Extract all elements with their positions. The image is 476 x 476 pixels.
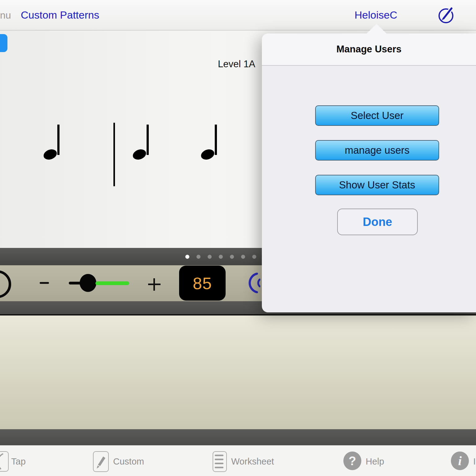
current-user-button[interactable]: HeloiseC — [355, 9, 397, 21]
worksheet-icon[interactable] — [213, 451, 227, 472]
edit-user-icon[interactable] — [437, 6, 456, 25]
toolbar-item-custom[interactable]: Custom — [113, 456, 144, 467]
select-user-button[interactable]: Select User — [315, 105, 439, 126]
bpm-display: 85 — [179, 266, 226, 301]
page-dot-active — [185, 255, 189, 259]
quarter-note — [133, 125, 150, 159]
page-dot — [196, 255, 201, 259]
quarter-note — [201, 125, 218, 159]
bpm-value: 85 — [193, 274, 212, 293]
tap-canvas[interactable] — [0, 315, 476, 429]
barline — [113, 123, 115, 186]
toolbar-item-help[interactable]: Help — [366, 456, 384, 467]
page-dot — [241, 255, 245, 259]
toolbar-item-tap[interactable]: Tap — [11, 456, 26, 467]
tap-icon[interactable] — [0, 451, 9, 472]
selected-item-marker — [0, 34, 7, 52]
page-dots[interactable] — [185, 254, 263, 260]
toolbar-item-info-partial[interactable]: In — [473, 456, 476, 467]
bottom-band — [0, 429, 476, 445]
level-label: Level 1A — [218, 59, 255, 70]
page-dot — [252, 255, 256, 259]
nav-title-custom-patterns[interactable]: Custom Patterns — [21, 9, 99, 21]
popover-title: Manage Users — [336, 44, 401, 55]
manage-users-button[interactable]: manage users — [315, 140, 439, 161]
page-dot — [219, 255, 223, 259]
tempo-minus-button[interactable] — [40, 282, 49, 284]
info-icon[interactable]: i — [451, 452, 469, 470]
sound-waves-icon — [247, 273, 260, 294]
menu-button-partial[interactable]: nu — [0, 10, 11, 21]
manage-users-popover: Manage Users Select User manage users Sh… — [262, 33, 476, 312]
tempo-slider-knob[interactable] — [80, 274, 96, 292]
tempo-plus-button[interactable] — [148, 278, 161, 291]
quarter-note — [43, 125, 61, 159]
page-dot — [208, 255, 212, 259]
toolbar-item-worksheet[interactable]: Worksheet — [231, 456, 274, 467]
popover-header: Manage Users — [262, 33, 476, 66]
pencil-icon[interactable] — [93, 451, 109, 472]
page-dot — [230, 255, 234, 259]
help-icon[interactable]: ? — [343, 452, 361, 470]
done-button[interactable]: Done — [337, 209, 418, 235]
tempo-slider-track-right[interactable] — [95, 281, 129, 285]
popover-arrow — [366, 24, 387, 34]
show-user-stats-button[interactable]: Show User Stats — [315, 175, 439, 195]
